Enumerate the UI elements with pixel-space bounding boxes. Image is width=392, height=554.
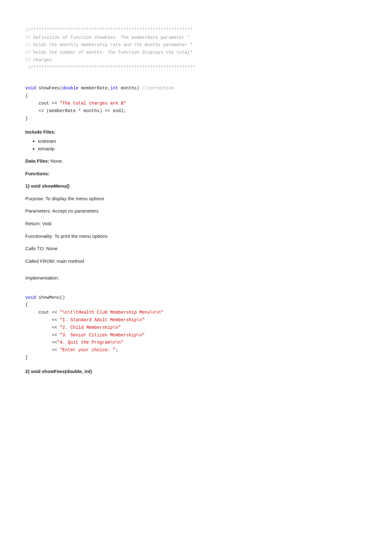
data-files-value: None. (51, 158, 63, 164)
implementation-label: Implementation: (25, 275, 59, 280)
include-file-iomanip: iomanip (38, 145, 367, 153)
functionality-section: Functionality: To print the menu options (25, 232, 367, 240)
purpose-text: Purpose: To display the menu options (25, 196, 104, 201)
code-block-showfees: void showFees(double memberRate,int mont… (25, 77, 367, 123)
include-file-iostream: iostream (38, 137, 367, 145)
functionality-text: Functionality: To print the menu options (25, 233, 108, 239)
code-block-showmenu: void showMenu() { cout << "\n\t\tHealth … (25, 286, 367, 362)
data-files-label: Data Files: (25, 158, 49, 164)
include-files-list: iostream iomanip (38, 137, 367, 153)
calls-to-text: Calls TO: None (25, 246, 57, 251)
parameters-text: Parameters: Accept no parameters (25, 208, 99, 214)
include-files-label: Include Files: (25, 129, 56, 135)
function2-heading-section: 2) void showFees(double, int) (25, 367, 367, 376)
function1-heading: 1) void showMenu() (25, 183, 69, 189)
parameters-section: Parameters: Accept no parameters (25, 207, 367, 215)
include-files-section: Include Files: iostream iomanip (25, 128, 367, 153)
implementation-section: Implementation: (25, 274, 367, 282)
return-text: Return: Void (25, 221, 51, 226)
return-section: Return: Void (25, 220, 367, 228)
functions-label-section: Functions: (25, 170, 367, 178)
data-files-section: Data Files: None. (25, 157, 367, 165)
function2-heading: 2) void showFees(double, int) (25, 369, 92, 374)
calls-to-section: Calls TO: None (25, 244, 367, 253)
called-from-section: Called FROM: main method (25, 257, 367, 265)
purpose-section: Purpose: To display the menu options (25, 195, 367, 203)
functions-label: Functions: (25, 171, 50, 176)
function1-heading-section: 1) void showMenu() (25, 182, 367, 190)
called-from-text: Called FROM: main method (25, 258, 84, 264)
code-block-comment: //**************************************… (25, 19, 367, 72)
